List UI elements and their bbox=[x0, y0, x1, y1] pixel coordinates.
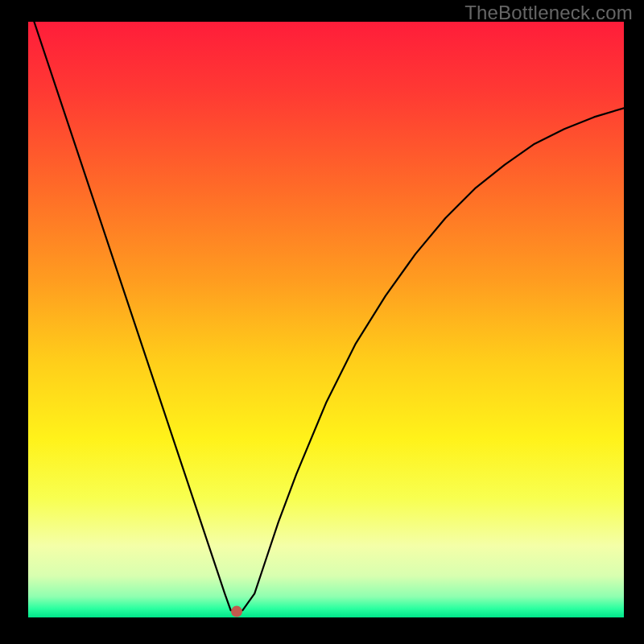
plot-area bbox=[28, 22, 624, 617]
chart-svg bbox=[28, 22, 624, 617]
optimal-point-marker bbox=[231, 606, 242, 617]
watermark-text: TheBottleneck.com bbox=[464, 2, 633, 24]
chart-frame: TheBottleneck.com bbox=[0, 0, 644, 644]
gradient-background bbox=[28, 22, 624, 617]
